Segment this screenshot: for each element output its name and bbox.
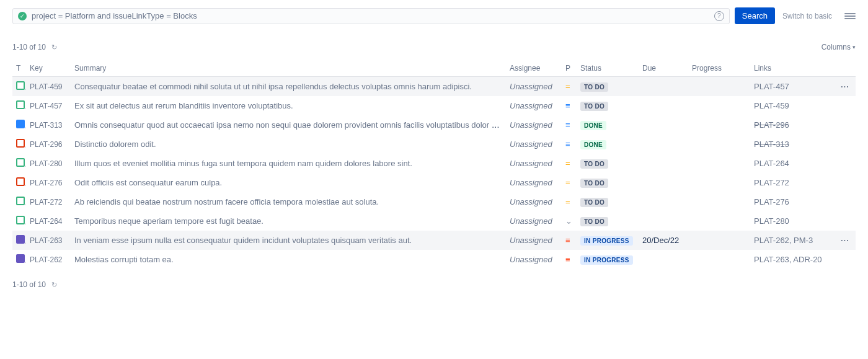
table-row[interactable]: PLAT-296Distinctio dolorem odit.Unassign… bbox=[12, 135, 856, 154]
assignee: Unassigned bbox=[510, 140, 552, 149]
issue-summary-link[interactable]: Molestias corrupti totam ea. bbox=[74, 255, 174, 264]
progress bbox=[688, 77, 750, 97]
col-header-type[interactable]: T bbox=[12, 60, 26, 77]
issue-links[interactable]: PLAT-272 bbox=[754, 178, 789, 187]
issue-summary-link[interactable]: Consequatur beatae et commodi nihil solu… bbox=[74, 82, 472, 91]
switch-to-basic-link[interactable]: Switch to basic bbox=[782, 12, 832, 20]
row-actions-icon[interactable]: ··· bbox=[841, 82, 849, 91]
story-icon bbox=[16, 197, 25, 205]
issue-summary-link[interactable]: Omnis consequatur quod aut occaecati ips… bbox=[74, 120, 506, 130]
issue-key-link[interactable]: PLAT-276 bbox=[30, 179, 62, 187]
results-bar: 1-10 of 10 ↻ Columns ▾ bbox=[12, 43, 856, 51]
story-icon bbox=[16, 100, 25, 109]
issue-summary-link[interactable]: Temporibus neque aperiam tempore est fug… bbox=[74, 216, 264, 226]
refresh-icon[interactable]: ↻ bbox=[51, 43, 57, 51]
issue-key-link[interactable]: PLAT-457 bbox=[30, 102, 62, 110]
table-row[interactable]: PLAT-280Illum quos et eveniet mollitia m… bbox=[12, 154, 856, 173]
jql-valid-icon: ✓ bbox=[18, 12, 27, 20]
table-row[interactable]: PLAT-264Temporibus neque aperiam tempore… bbox=[12, 211, 856, 231]
status-lozenge[interactable]: TO DO bbox=[580, 159, 608, 169]
refresh-icon[interactable]: ↻ bbox=[51, 281, 57, 289]
issue-links[interactable]: PLAT-263, ADR-20 bbox=[754, 255, 822, 264]
row-actions-icon[interactable]: ··· bbox=[841, 236, 849, 245]
progress bbox=[688, 96, 750, 115]
progress bbox=[688, 115, 750, 135]
priority-lowest-icon: ⌄ bbox=[565, 216, 572, 226]
issue-links[interactable]: PLAT-280 bbox=[754, 216, 789, 226]
issue-key-link[interactable]: PLAT-263 bbox=[30, 236, 62, 245]
table-row[interactable]: PLAT-272Ab reiciendis qui beatae nostrum… bbox=[12, 192, 856, 211]
status-lozenge[interactable]: TO DO bbox=[580, 102, 608, 111]
table-row[interactable]: PLAT-263In veniam esse ipsum nulla est c… bbox=[12, 231, 856, 250]
jql-text[interactable]: project = Platform and issueLinkType = B… bbox=[32, 11, 709, 20]
status-lozenge[interactable]: TO DO bbox=[580, 82, 608, 92]
assignee: Unassigned bbox=[510, 255, 552, 264]
due-date bbox=[639, 154, 688, 173]
columns-button[interactable]: Columns ▾ bbox=[822, 43, 856, 51]
issue-key-link[interactable]: PLAT-272 bbox=[30, 198, 62, 206]
status-lozenge[interactable]: IN PROGRESS bbox=[580, 236, 633, 246]
table-row[interactable]: PLAT-276Odit officiis est consequatur ea… bbox=[12, 173, 856, 192]
issue-summary-link[interactable]: Ab reiciendis qui beatae nostrum nostrum… bbox=[74, 197, 379, 206]
epic-icon bbox=[16, 254, 25, 263]
due-date bbox=[639, 135, 688, 154]
issue-key-link[interactable]: PLAT-262 bbox=[30, 255, 62, 264]
col-header-summary[interactable]: Summary bbox=[71, 60, 506, 77]
status-lozenge[interactable]: DONE bbox=[580, 121, 606, 130]
priority-medium-icon: = bbox=[565, 82, 570, 91]
col-header-priority[interactable]: P bbox=[562, 60, 577, 77]
col-header-due[interactable]: Due bbox=[639, 60, 688, 77]
issue-links[interactable]: PLAT-262, PM-3 bbox=[754, 236, 813, 245]
help-icon[interactable]: ? bbox=[714, 11, 724, 21]
issue-key-link[interactable]: PLAT-264 bbox=[30, 217, 62, 226]
table-row[interactable]: PLAT-457Ex sit aut delectus aut rerum bl… bbox=[12, 96, 856, 115]
issue-summary-link[interactable]: Ex sit aut delectus aut rerum blanditiis… bbox=[74, 101, 293, 110]
due-date bbox=[639, 192, 688, 211]
assignee: Unassigned bbox=[510, 82, 552, 91]
assignee: Unassigned bbox=[510, 101, 552, 110]
due-date: 20/Dec/22 bbox=[639, 231, 688, 250]
issue-summary-link[interactable]: Odit officiis est consequatur earum culp… bbox=[74, 178, 222, 187]
search-button[interactable]: Search bbox=[735, 7, 775, 24]
view-toggle-icon[interactable] bbox=[844, 11, 856, 22]
due-date bbox=[639, 96, 688, 115]
priority-medium-icon: = bbox=[565, 159, 570, 168]
table-row[interactable]: PLAT-313Omnis consequatur quod aut occae… bbox=[12, 115, 856, 135]
table-header-row: T Key Summary Assignee P Status Due Prog… bbox=[12, 60, 856, 77]
story-icon bbox=[16, 158, 25, 167]
issue-key-link[interactable]: PLAT-280 bbox=[30, 159, 62, 168]
priority-high-icon: ≡ bbox=[565, 236, 570, 245]
col-header-actions bbox=[837, 60, 856, 77]
col-header-assignee[interactable]: Assignee bbox=[506, 60, 562, 77]
col-header-key[interactable]: Key bbox=[26, 60, 71, 77]
issue-summary-link[interactable]: Illum quos et eveniet mollitia minus fug… bbox=[74, 159, 412, 168]
issue-links[interactable]: PLAT-313 bbox=[754, 140, 789, 149]
progress bbox=[688, 135, 750, 154]
issue-key-link[interactable]: PLAT-459 bbox=[30, 82, 62, 91]
issue-links[interactable]: PLAT-457 bbox=[754, 82, 789, 91]
col-header-links[interactable]: Links bbox=[750, 60, 837, 77]
assignee: Unassigned bbox=[510, 216, 552, 226]
table-row[interactable]: PLAT-262Molestias corrupti totam ea.Unas… bbox=[12, 250, 856, 269]
status-lozenge[interactable]: IN PROGRESS bbox=[580, 255, 633, 265]
results-count-bottom: 1-10 of 10 ↻ bbox=[12, 280, 856, 289]
issue-links[interactable]: PLAT-276 bbox=[754, 197, 789, 206]
status-lozenge[interactable]: TO DO bbox=[580, 179, 608, 188]
priority-low-icon: ≡ bbox=[565, 101, 570, 110]
issue-key-link[interactable]: PLAT-296 bbox=[30, 140, 62, 149]
issue-summary-link[interactable]: Distinctio dolorem odit. bbox=[74, 140, 156, 149]
jql-input[interactable]: ✓ project = Platform and issueLinkType =… bbox=[12, 8, 730, 24]
issue-key-link[interactable]: PLAT-313 bbox=[30, 121, 62, 130]
status-lozenge[interactable]: TO DO bbox=[580, 198, 608, 207]
issue-links[interactable]: PLAT-264 bbox=[754, 159, 789, 168]
table-row[interactable]: PLAT-459Consequatur beatae et commodi ni… bbox=[12, 77, 856, 97]
col-header-status[interactable]: Status bbox=[577, 60, 639, 77]
col-header-progress[interactable]: Progress bbox=[688, 60, 750, 77]
jql-search-bar: ✓ project = Platform and issueLinkType =… bbox=[12, 7, 856, 24]
issue-links[interactable]: PLAT-296 bbox=[754, 120, 789, 130]
issue-links[interactable]: PLAT-459 bbox=[754, 101, 789, 110]
priority-low-icon: ≡ bbox=[565, 140, 570, 149]
status-lozenge[interactable]: TO DO bbox=[580, 217, 608, 226]
issue-summary-link[interactable]: In veniam esse ipsum nulla est consequat… bbox=[74, 236, 412, 245]
status-lozenge[interactable]: DONE bbox=[580, 140, 606, 149]
